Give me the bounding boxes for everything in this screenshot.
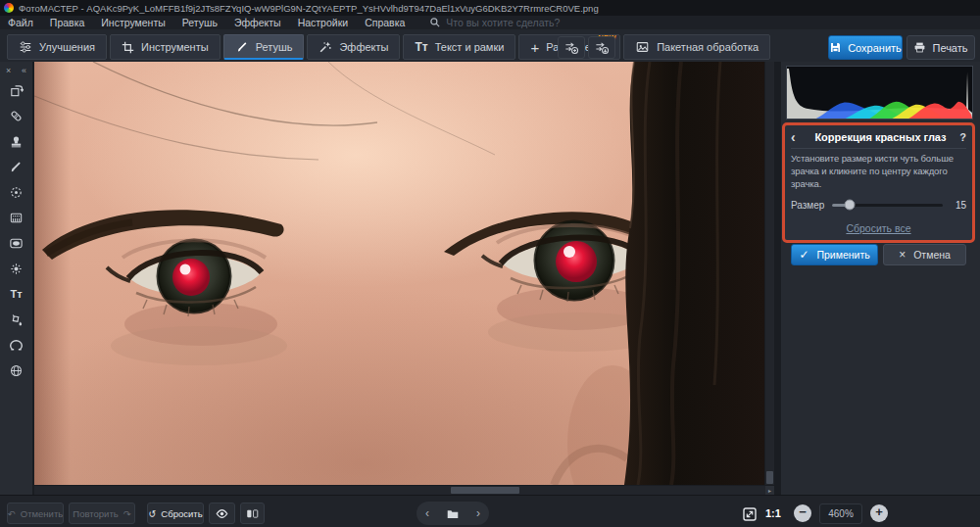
export-preset-button[interactable] <box>588 36 615 59</box>
bottom-bar: ↶ Отменить Повторить ↷ ↺ Сбросить ‹ <box>0 495 980 527</box>
sidebar-tool-adjustment-brush[interactable] <box>0 154 32 179</box>
tab-tools[interactable]: Инструменты <box>110 34 220 60</box>
sidebar-tool-color-fill[interactable] <box>0 307 32 332</box>
next-photo-icon[interactable]: › <box>474 506 482 520</box>
menu-edit[interactable]: Правка <box>50 17 84 28</box>
undo-button[interactable]: ↶ Отменить <box>7 503 64 524</box>
brush-icon <box>9 160 24 174</box>
search-input[interactable] <box>446 17 603 28</box>
tab-retouch[interactable]: Ретушь <box>223 34 305 60</box>
sidebar-tool-stamp[interactable] <box>0 128 32 154</box>
zoom-in-button[interactable]: + <box>870 504 888 522</box>
histogram <box>786 66 973 120</box>
sidebar-tool-crop-rotate[interactable] <box>0 77 32 103</box>
fit-to-screen-button[interactable] <box>739 503 760 524</box>
size-label: Размер <box>791 200 832 211</box>
sidebar-tool-liquify[interactable] <box>0 332 32 358</box>
import-preset-button[interactable] <box>558 36 585 59</box>
omega-icon <box>9 338 24 353</box>
tab-enhancements[interactable]: Улучшения <box>7 34 107 60</box>
sidebar-tool-red-eye[interactable] <box>0 179 32 205</box>
menu-file[interactable]: Файл <box>8 17 33 28</box>
red-eye-panel: ‹ Коррекция красных глаз ? Установите ра… <box>782 122 975 243</box>
menu-tools[interactable]: Инструменты <box>101 17 165 28</box>
crop-icon <box>122 41 134 54</box>
tab-label: Ретушь <box>256 41 293 53</box>
print-label: Печать <box>932 42 967 54</box>
brush-icon <box>235 40 249 54</box>
sun-icon <box>9 262 24 276</box>
photo-face <box>34 62 764 485</box>
reset-all-link[interactable]: Сбросить все <box>846 222 910 234</box>
text-icon: Tт <box>10 288 22 300</box>
mode-tabs: Улучшения Инструменты Ретушь <box>7 34 773 60</box>
tab-label: Текст и рамки <box>435 41 505 53</box>
tab-label: Эффекты <box>339 41 388 53</box>
sidebar-tool-text[interactable]: Tт <box>0 281 32 307</box>
fit-screen-icon <box>742 506 758 522</box>
tab-batch-processing[interactable]: Пакетная обработка <box>623 34 770 60</box>
tab-label: Улучшения <box>39 41 95 53</box>
cancel-button[interactable]: × Отмена <box>883 244 966 265</box>
zoom-level[interactable]: 460% <box>819 503 862 524</box>
folder-icon[interactable] <box>445 507 461 520</box>
tab-text-frames[interactable]: Tт Текст и рамки <box>403 34 515 60</box>
vignette-icon <box>9 236 24 251</box>
minus-icon: − <box>799 504 807 519</box>
vertical-scrollbar[interactable] <box>765 62 774 485</box>
scroll-corner-icon[interactable]: ▸ <box>765 486 774 495</box>
title-bar: ФотоМАСТЕР - AQAKc9PyK_LoMFFB1f9j2JTs8FZ… <box>0 0 980 16</box>
zoom-1to1-button[interactable]: 1:1 <box>765 507 781 519</box>
panel-title: Коррекция красных глаз <box>805 131 956 143</box>
save-button[interactable]: Сохранить <box>828 35 903 60</box>
text-icon: Tт <box>415 40 427 54</box>
menu-retouch[interactable]: Ретушь <box>182 17 218 28</box>
patch-icon <box>9 109 24 123</box>
tool-sidebar: × « <box>0 62 32 495</box>
close-panel-icon[interactable]: × <box>6 66 11 75</box>
reset-button[interactable]: ↺ Сбросить <box>147 503 204 524</box>
sidebar-tool-vignette[interactable] <box>0 230 32 256</box>
sliders-icon <box>19 40 32 54</box>
quick-search[interactable] <box>429 17 603 28</box>
panel-description: Установите размер кисти чуть больше зрач… <box>791 153 966 190</box>
stamp-icon <box>9 134 24 149</box>
check-icon: ✓ <box>799 248 808 262</box>
photo-navigator: ‹ › <box>416 502 489 525</box>
help-icon[interactable]: ? <box>956 131 966 143</box>
apply-label: Применить <box>816 249 869 261</box>
sidebar-tool-face-sculpt[interactable] <box>0 358 32 383</box>
show-original-button[interactable] <box>209 503 235 524</box>
print-button[interactable]: Печать <box>906 35 975 60</box>
apply-button[interactable]: ✓ Применить <box>791 244 878 265</box>
reset-icon: ↺ <box>148 508 156 519</box>
zoom-out-button[interactable]: − <box>794 504 811 522</box>
red-eye-icon <box>9 185 24 200</box>
tab-effects[interactable]: Эффекты <box>307 34 400 60</box>
batch-image-icon <box>635 40 650 54</box>
redo-icon: ↷ <box>123 508 131 519</box>
photo-canvas[interactable] <box>34 62 764 485</box>
horizontal-scroll-thumb[interactable] <box>451 487 519 494</box>
sidebar-tool-teeth-whitening[interactable] <box>0 205 32 230</box>
back-icon[interactable]: ‹ <box>791 129 805 145</box>
menu-settings[interactable]: Настройки <box>298 17 349 28</box>
compare-button[interactable] <box>240 503 265 524</box>
face-mesh-icon <box>9 363 24 378</box>
paint-bucket-icon <box>9 312 24 327</box>
slider-knob[interactable] <box>845 200 856 211</box>
menu-help[interactable]: Справка <box>365 17 405 28</box>
redo-label: Повторить <box>73 508 118 519</box>
tab-label: Инструменты <box>141 41 209 53</box>
menu-effects[interactable]: Эффекты <box>234 17 281 28</box>
redo-button[interactable]: Повторить ↷ <box>69 503 135 524</box>
sidebar-tool-healing-brush[interactable] <box>0 103 32 128</box>
size-slider[interactable] <box>832 204 943 207</box>
histogram-graph <box>787 67 972 119</box>
plus-icon: + <box>530 39 539 56</box>
vertical-scroll-thumb[interactable] <box>766 471 773 484</box>
prev-photo-icon[interactable]: ‹ <box>423 506 431 520</box>
sidebar-tool-radial-glow[interactable] <box>0 256 32 281</box>
horizontal-scrollbar[interactable] <box>34 486 765 495</box>
collapse-panel-icon[interactable]: « <box>22 66 26 75</box>
